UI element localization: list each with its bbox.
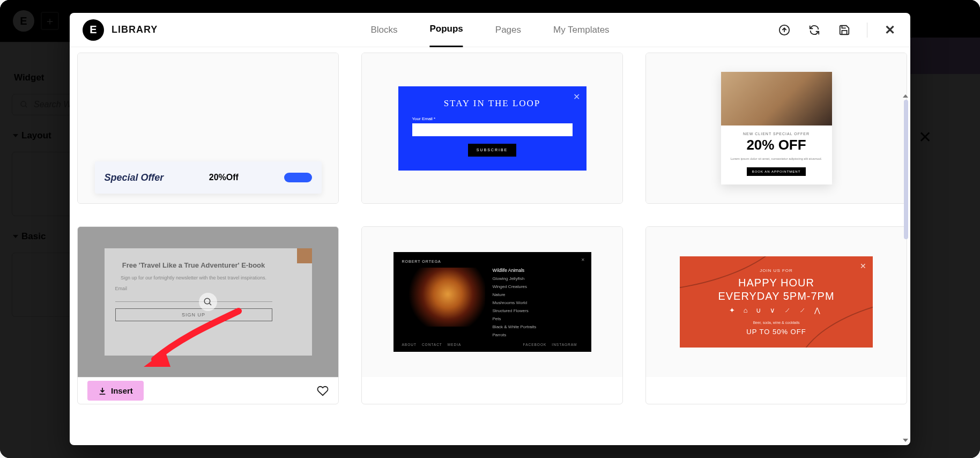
svg-line-5 <box>209 303 211 305</box>
thumb-text: HAPPY HOUREVERYDAY 5PM-7PM <box>691 276 862 303</box>
thumb-button: SUBSCRIBE <box>468 144 516 157</box>
thumb-input <box>115 292 272 302</box>
thumb-button <box>284 173 312 182</box>
thumb-text: Winged Creatures <box>493 284 583 289</box>
thumb-text: ROBERT ORTEGA <box>402 260 583 263</box>
tab-blocks[interactable]: Blocks <box>370 13 397 47</box>
scroll-up-icon[interactable] <box>903 94 908 98</box>
tab-popups[interactable]: Popups <box>429 13 463 47</box>
scrollbar-thumb[interactable] <box>904 100 908 239</box>
thumb-image <box>721 72 832 125</box>
thumb-image <box>402 268 485 327</box>
thumb-text: NEW CLIENT SPECIAL OFFER <box>725 132 828 136</box>
thumb-text: Nature <box>493 292 583 297</box>
library-body[interactable]: Special Offer 20%Off ✕ STAY IN THE LOOP … <box>70 47 910 445</box>
template-card-travel-ebook[interactable]: Free 'Travel Like a True Adventurer' E-b… <box>77 226 339 404</box>
thumb-text: Special Offer <box>105 172 164 183</box>
close-icon: ✕ <box>885 23 895 38</box>
thumb-text: JOIN US FOR <box>691 268 862 273</box>
heart-icon <box>317 385 329 397</box>
thumb-text: 20% OFF <box>725 137 828 153</box>
template-card-wildlife[interactable]: ✕ ROBERT ORTEGA Wildlife Animals Glowing… <box>361 226 623 404</box>
scroll-down-icon[interactable] <box>903 439 908 442</box>
thumb-button: SIGN UP <box>115 308 272 321</box>
close-modal-button[interactable]: ✕ <box>882 23 897 38</box>
thumb-text: Structured Flowers <box>493 308 583 313</box>
thumb-text: Email <box>115 286 272 291</box>
library-logo-icon: E <box>83 19 104 41</box>
thumb-text: 20%Off <box>209 173 239 182</box>
tab-my-templates[interactable]: My Templates <box>553 13 610 47</box>
thumb-text: Beer, soda, wine & cocktails <box>691 321 862 324</box>
template-card-special-offer[interactable]: Special Offer 20%Off <box>77 53 339 204</box>
tab-pages[interactable]: Pages <box>495 13 521 47</box>
save-icon[interactable] <box>837 23 852 38</box>
svg-point-4 <box>204 298 210 304</box>
modal-header: E LIBRARY Blocks Popups Pages My Templat… <box>70 13 910 47</box>
thumb-close-icon: ✕ <box>581 257 585 262</box>
insert-template-button[interactable]: Insert <box>87 381 144 401</box>
thumb-text: Free 'Travel Like a True Adventurer' E-b… <box>115 261 272 270</box>
download-icon <box>98 387 107 395</box>
thumb-text: Sign up for our fortnightly newsletter w… <box>115 275 272 280</box>
template-card-20-off[interactable]: NEW CLIENT SPECIAL OFFER 20% OFF Lorem i… <box>645 53 907 204</box>
thumb-text: Wildlife Animals <box>493 268 583 273</box>
thumb-input <box>412 123 573 136</box>
sync-icon[interactable] <box>807 23 822 38</box>
header-divider <box>867 23 867 38</box>
thumb-text: Pets <box>493 316 583 321</box>
template-card-happy-hour[interactable]: ✕ JOIN US FOR HAPPY HOUREVERYDAY 5PM-7PM… <box>645 226 907 404</box>
library-title: LIBRARY <box>112 24 158 35</box>
favorite-button[interactable] <box>317 385 329 397</box>
thumb-text: Lorem ipsum dolor sit amet, consectetur … <box>725 157 828 161</box>
thumb-close-icon: ✕ <box>573 92 580 102</box>
zoom-preview-icon[interactable] <box>199 293 217 311</box>
thumb-text: STAY IN THE LOOP <box>412 98 573 109</box>
thumb-text: ✦ ⌂ ∪ ∨ ⟋ ⟋ ⋀ <box>691 306 862 314</box>
template-card-stay-in-loop[interactable]: ✕ STAY IN THE LOOP Your Email * SUBSCRIB… <box>361 53 623 204</box>
thumb-close-icon <box>297 248 312 263</box>
thumb-text: Glowing Jellyfish <box>493 276 583 281</box>
library-tabs: Blocks Popups Pages My Templates <box>370 13 609 47</box>
thumb-text: Your Email * <box>412 116 573 121</box>
thumb-text: Parrots <box>493 333 583 337</box>
library-modal: E LIBRARY Blocks Popups Pages My Templat… <box>70 13 910 445</box>
upload-icon[interactable] <box>777 23 792 38</box>
thumb-button: BOOK AN APPOINTMENT <box>747 167 806 176</box>
thumb-text: Black & White Portraits <box>493 324 583 329</box>
thumb-text: Mushrooms World <box>493 300 583 305</box>
